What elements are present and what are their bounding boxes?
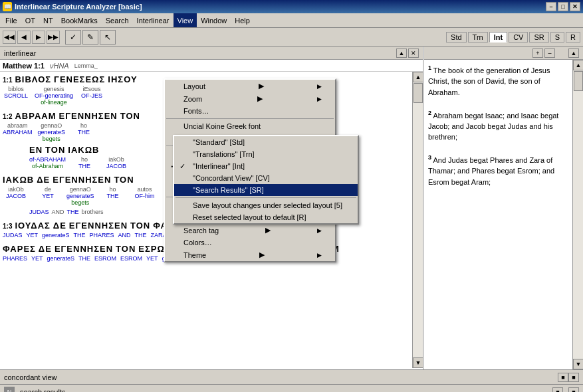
concordant-view-btn1[interactable]: ■ bbox=[558, 373, 568, 382]
panel-header: interlinear ▲ ✕ bbox=[0, 47, 423, 60]
greek-iakob2: ΙΑΚΩΒ bbox=[3, 175, 34, 185]
location-bar: Matthew 1:1 νΗΝΑ Lemma_ bbox=[0, 60, 423, 72]
cursor-button[interactable]: ↖ bbox=[100, 30, 116, 45]
scroll-up-button[interactable]: ▲ bbox=[413, 72, 423, 82]
location-text: Matthew 1:1 bbox=[3, 62, 45, 70]
right-scrollbar[interactable]: ▲ ▼ bbox=[572, 60, 583, 369]
search-results-btn1[interactable]: ■ bbox=[552, 387, 563, 393]
submenu-interlinear[interactable]: "Interlinear" [Int] bbox=[174, 160, 358, 172]
menu-file[interactable]: File bbox=[1, 13, 21, 27]
search-results-label: search results bbox=[20, 388, 65, 393]
right-panel-header: + – ▲ bbox=[424, 47, 583, 60]
tab-sr[interactable]: SR bbox=[529, 32, 548, 43]
iword-ho1: ho THE bbox=[70, 122, 97, 142]
tab-cv[interactable]: CV bbox=[509, 32, 528, 43]
menu-search[interactable]: Search bbox=[102, 13, 133, 27]
interlinear-scrollbar[interactable]: ▲ ▼ bbox=[412, 72, 423, 368]
view-menu-searchtag[interactable]: Search tag ▶ bbox=[165, 224, 335, 237]
right-panel-plus-button[interactable]: + bbox=[532, 49, 543, 58]
tab-std[interactable]: Std bbox=[446, 32, 467, 43]
right-panel-expand-button[interactable]: ▲ bbox=[568, 49, 579, 58]
tab-s[interactable]: S bbox=[550, 32, 564, 43]
right-content: 1 The book of the generation of Jesus Ch… bbox=[424, 60, 572, 369]
right-verse-1: 1 The book of the generation of Jesus Ch… bbox=[428, 64, 568, 98]
iword-abraam: abraam ABRAHAM bbox=[3, 122, 33, 142]
menu-window[interactable]: Window bbox=[197, 13, 231, 27]
greek-word-abraam: ΑΒΡΑΑΜ bbox=[15, 111, 56, 121]
submenu-save-layout[interactable]: Save layout changes under selected layou… bbox=[174, 199, 358, 211]
tab-trn[interactable]: Trn bbox=[468, 32, 488, 43]
greek-word-en: ΕΝ bbox=[29, 145, 43, 155]
search-results-btn2[interactable]: ■ bbox=[568, 387, 579, 393]
nav-prev-button[interactable]: ◀ bbox=[17, 31, 31, 44]
close-button[interactable]: ✕ bbox=[570, 2, 580, 11]
concordant-view-btn2[interactable]: ■ bbox=[568, 373, 579, 382]
nav-next-button[interactable]: ▶ bbox=[32, 31, 45, 44]
menu-ot[interactable]: OT bbox=[21, 13, 39, 27]
app-icon: 📖 bbox=[3, 2, 12, 11]
right-panel: + – ▲ 1 The book of the generation of Je… bbox=[423, 47, 583, 369]
iword-genesis: genesis OF-generating of-lineage bbox=[35, 86, 73, 106]
submenu-reset-layout[interactable]: Reset selected layout to default [R] bbox=[174, 211, 358, 223]
nav-next-next-button[interactable]: ▶▶ bbox=[47, 31, 60, 44]
greek-word-iesous: ΙΗΣΟΥ bbox=[108, 74, 137, 84]
panel-close-button[interactable]: ✕ bbox=[408, 49, 419, 58]
view-menu-theme[interactable]: Theme ▶ bbox=[165, 248, 335, 261]
panel-expand-button[interactable]: ▲ bbox=[396, 49, 407, 58]
greek-de1: ΔΕ bbox=[37, 175, 50, 185]
greek-egenn2: ΕΓΕΝΝΗΣΕΝ bbox=[53, 175, 111, 185]
menu-bookmarks[interactable]: BookMarks bbox=[57, 13, 102, 27]
panel-label: interlinear bbox=[4, 49, 36, 57]
greek-ref: νΗΝΑ bbox=[50, 62, 69, 70]
view-menu-fonts[interactable]: Fonts… bbox=[165, 105, 335, 117]
minimize-button[interactable]: – bbox=[546, 2, 556, 11]
view-menu-zoom[interactable]: Zoom ▶ bbox=[165, 92, 335, 105]
greek-word-iakob1: ΙΑΚΩΒ bbox=[68, 145, 99, 155]
greek-word-egennhsen: ΕΓΕΝΝΗΣΕΝ bbox=[59, 111, 118, 121]
submenu-translations[interactable]: "Translations" [Trn] bbox=[174, 148, 358, 160]
concordant-view-label: concordant view bbox=[4, 373, 57, 381]
submenu-sep1 bbox=[175, 197, 356, 198]
greek-word-genesis: ΓΕΝΕΣΕΩΣ bbox=[54, 74, 105, 84]
greek-ton3: ΤΟΝ bbox=[114, 175, 134, 185]
menu-help[interactable]: Help bbox=[231, 13, 254, 27]
right-scroll-down[interactable]: ▼ bbox=[573, 359, 583, 369]
layout-submenu[interactable]: "Standard" [Std] "Translations" [Trn] "I… bbox=[173, 135, 359, 225]
nav-prev-prev-button[interactable]: ◀◀ bbox=[3, 31, 16, 44]
tab-r[interactable]: R bbox=[566, 32, 580, 43]
maximize-button[interactable]: □ bbox=[558, 2, 568, 11]
scroll-down-button[interactable]: ▼ bbox=[413, 357, 423, 368]
search-results-statusbar: N search results ■ ■ bbox=[0, 384, 583, 392]
pencil-button[interactable]: ✎ bbox=[82, 30, 98, 45]
submenu-searchresults[interactable]: "Search Results" [SR] bbox=[174, 184, 358, 196]
scroll-track[interactable] bbox=[413, 82, 423, 357]
greek-word-ton2: ΤΟΝ bbox=[45, 145, 65, 155]
menu-view[interactable]: View bbox=[174, 13, 197, 27]
tab-int[interactable]: Int bbox=[489, 32, 507, 43]
view-menu-uncial[interactable]: Uncial Koine Greek font bbox=[165, 120, 335, 132]
right-panel-minus-button[interactable]: – bbox=[544, 49, 555, 58]
scroll-thumb[interactable] bbox=[413, 83, 423, 103]
view-menu-colors[interactable]: Colors… bbox=[165, 237, 335, 248]
verse-num-1-1: 1:1 bbox=[3, 76, 12, 84]
menu-interlinear[interactable]: Interlinear bbox=[133, 13, 174, 27]
verse-ref-1: 1 bbox=[428, 64, 431, 71]
menu-nt[interactable]: NT bbox=[39, 13, 57, 27]
greek-word-ton1: ΤΟΝ bbox=[120, 111, 140, 121]
submenu-concordant[interactable]: "Concordant View" [CV] bbox=[174, 172, 358, 184]
verse-num-1-2: 1:2 bbox=[3, 113, 12, 120]
right-scroll-thumb[interactable] bbox=[574, 71, 583, 91]
right-scroll-up[interactable]: ▲ bbox=[573, 60, 583, 70]
checkmark-button[interactable]: ✓ bbox=[65, 30, 81, 45]
verse-ref-3: 3 bbox=[428, 154, 431, 161]
verse-ref-2: 2 bbox=[428, 110, 431, 116]
view-menu-layout[interactable]: Layout ▶ bbox=[165, 80, 335, 92]
lemma-ref: Lemma_ bbox=[74, 62, 98, 69]
iword-iesous: iEsous OF-JES bbox=[78, 86, 105, 106]
right-scroll-track[interactable] bbox=[573, 70, 583, 359]
submenu-standard[interactable]: "Standard" [Std] bbox=[174, 136, 358, 148]
title-bar: 📖 Interlinear Scripture Analyzer [basic]… bbox=[0, 0, 583, 13]
greek-word-biblos: ΒΙΒΛΟΣ bbox=[15, 74, 51, 84]
toolbar: ◀◀ ◀ ▶ ▶▶ ✓ ✎ ↖ Std Trn Int CV SR S R bbox=[0, 28, 583, 47]
right-verse-2: 2 Abraham begat Isaac; and Isaac begat J… bbox=[428, 109, 568, 143]
